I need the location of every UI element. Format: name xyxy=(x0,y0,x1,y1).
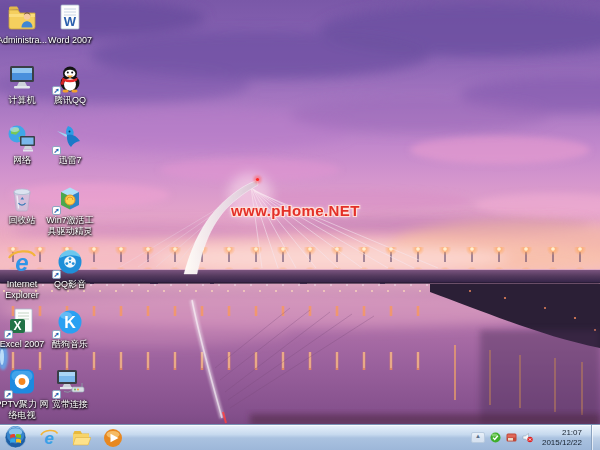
computer-monitor-icon xyxy=(6,63,38,93)
shortcut-arrow-icon: ➚ xyxy=(52,206,61,215)
shortcut-arrow-icon: ➚ xyxy=(52,390,61,399)
desktop-icon-broadband[interactable]: ➚ 宽带连接 xyxy=(42,367,98,410)
recycle-bin-icon xyxy=(6,183,38,213)
shortcut-arrow-icon: ➚ xyxy=(52,146,61,155)
desktop-icon-tencent-qq[interactable]: ➚ 腾讯QQ xyxy=(42,63,98,106)
system-tray: ▲ 21:07 2015/12/22 xyxy=(471,425,600,450)
watermark-text: www.pHome.NET xyxy=(231,202,360,219)
svg-text:W: W xyxy=(64,14,77,29)
desktop-icon-word-2007[interactable]: W Word 2007 xyxy=(42,3,98,46)
desktop-icon-win7-activation-tool[interactable]: ➚ Win7激活工 具驱动精灵 xyxy=(42,183,98,237)
show-hidden-icons-button[interactable]: ▲ xyxy=(471,432,485,443)
clock-time: 21:07 xyxy=(542,428,582,438)
icon-label: QQ影音 xyxy=(42,279,98,290)
shortcut-arrow-icon: ➚ xyxy=(52,86,61,95)
icon-label: Word 2007 xyxy=(42,35,98,46)
taskbar-media-player-button[interactable] xyxy=(102,427,123,448)
svg-text:X: X xyxy=(13,319,21,333)
ie-icon: e xyxy=(6,247,38,277)
shortcut-arrow-icon: ➚ xyxy=(52,270,61,279)
desktop-icon-xunlei[interactable]: ➚ 迅雷7 xyxy=(42,123,98,166)
icon-label: 宽带连接 xyxy=(42,399,98,410)
tray-red-device-icon[interactable] xyxy=(506,432,517,443)
user-folder-icon xyxy=(6,3,38,33)
network-globe-icon xyxy=(6,123,38,153)
show-desktop-button[interactable] xyxy=(591,425,600,450)
svg-text:K: K xyxy=(64,314,76,331)
desktop-icon-kugou-music[interactable]: K ➚ 酷狗音乐 xyxy=(42,307,98,350)
icon-label: 腾讯QQ xyxy=(42,95,98,106)
desktop-icon-qq-player[interactable]: ➚ QQ影音 xyxy=(42,247,98,290)
shortcut-arrow-icon: ➚ xyxy=(4,390,13,399)
taskbar-explorer-button[interactable] xyxy=(70,427,91,448)
word-document-icon: W xyxy=(54,3,86,33)
taskbar-ie-button[interactable]: e xyxy=(38,427,59,448)
shortcut-arrow-icon: ➚ xyxy=(4,330,13,339)
windows7-desktop: www.pHome.NET Administra... W Word 2007 xyxy=(0,0,600,450)
clock-date: 2015/12/22 xyxy=(542,438,582,448)
start-button[interactable] xyxy=(4,426,27,449)
taskbar: e ▲ xyxy=(0,424,600,450)
shortcut-arrow-icon: ➚ xyxy=(52,330,61,339)
taskbar-clock[interactable]: 21:07 2015/12/22 xyxy=(542,428,582,447)
tray-green-check-icon[interactable] xyxy=(490,432,501,443)
icon-label: Win7激活工 具驱动精灵 xyxy=(42,215,98,237)
icon-label: 迅雷7 xyxy=(42,155,98,166)
tray-volume-muted-icon[interactable] xyxy=(522,432,533,443)
icon-label: 酷狗音乐 xyxy=(42,339,98,350)
